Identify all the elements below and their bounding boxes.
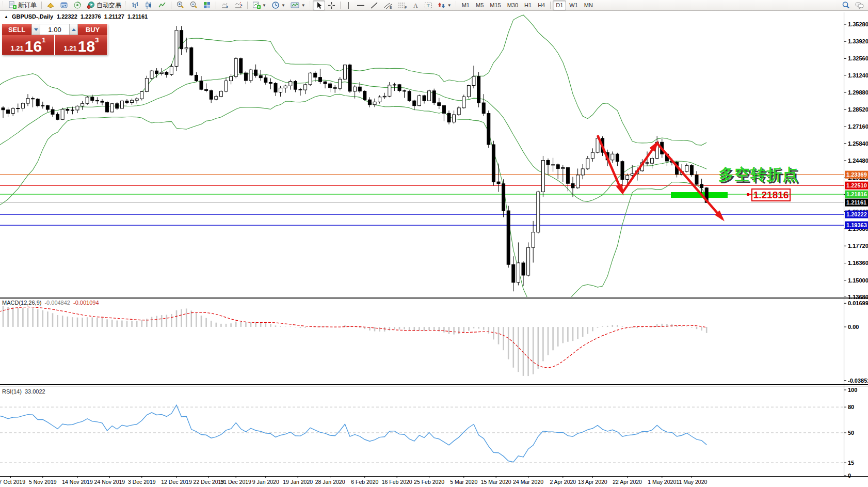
tile-windows-icon [203, 1, 211, 9]
crosshair-tool-button[interactable] [325, 1, 338, 10]
autotrading-button[interactable]: 自动交易 [84, 1, 124, 10]
trendline-tool-button[interactable] [367, 1, 381, 10]
tile-windows-button[interactable] [200, 1, 214, 10]
dropdown-caret-icon: ▼ [447, 3, 452, 8]
date-label: 22 Apr 2020 [613, 479, 642, 485]
date-label: 25 Feb 2020 [414, 479, 444, 485]
date-label: 28 Jan 2020 [315, 479, 345, 485]
zoom-in-button[interactable] [173, 1, 187, 10]
svg-text:1.25840: 1.25840 [848, 140, 868, 147]
autotrading-label: 自动交易 [97, 1, 121, 10]
date-label: 11 May 2020 [676, 479, 707, 485]
date-label: 3 Dec 2019 [128, 479, 156, 485]
trend-arrows-annotation[interactable] [598, 135, 725, 222]
date-label: 16 Feb 2020 [382, 479, 412, 485]
autotrading-icon [87, 1, 95, 9]
timeframe-m30-button[interactable]: M30 [504, 1, 521, 10]
volume-input[interactable] [40, 24, 69, 35]
rsi-panel[interactable] [0, 405, 844, 463]
time-axis[interactable]: 27 Oct 20195 Nov 201914 Nov 201924 Nov 2… [0, 477, 844, 486]
buy-price-big: 18 [78, 40, 95, 53]
new-chart-icon [252, 1, 261, 9]
main-panel[interactable] [0, 15, 844, 309]
svg-text:80: 80 [848, 404, 854, 410]
date-label: 9 Jan 2020 [252, 479, 279, 485]
chart-window[interactable]: 1.352801.339201.325601.312401.298801.285… [0, 11, 868, 487]
arrows-tool-button[interactable]: ▼ [435, 1, 454, 10]
toolbar-grip [456, 2, 457, 9]
timeframe-m5-button[interactable]: M5 [473, 1, 487, 10]
turning-point-annotation[interactable]: 多空转折点 [718, 164, 798, 185]
vertical-line-tool-button[interactable] [343, 1, 354, 10]
auto-scroll-button[interactable] [218, 1, 232, 10]
buy-price-button[interactable]: 1.21 18 3 [55, 35, 107, 55]
svg-text:E: E [390, 6, 392, 9]
zoom-out-button[interactable] [187, 1, 200, 10]
profiles-button[interactable]: ▼ [269, 1, 288, 10]
arrow-objects-icon [438, 2, 446, 9]
volume-increase-button[interactable] [69, 24, 78, 35]
timeframe-m15-button[interactable]: M15 [487, 1, 504, 10]
toolbar-separator [550, 2, 551, 9]
candles-layer [0, 26, 708, 291]
toolbar-separator [340, 2, 341, 9]
oneclick-collapse-icon[interactable]: ▲ [4, 14, 8, 19]
profiles-icon [271, 1, 280, 9]
svg-text:T: T [427, 3, 430, 8]
new-chart-button[interactable]: ▼ [250, 1, 269, 10]
svg-text:100: 100 [848, 387, 857, 393]
sell-price-big: 16 [25, 40, 42, 53]
fibonacci-tool-button[interactable]: F [395, 1, 410, 10]
templates-button[interactable]: ▼ [288, 1, 308, 10]
new-order-label: 新订单 [18, 1, 37, 10]
timeframe-h1-button[interactable]: H1 [521, 1, 535, 10]
search-button[interactable] [839, 1, 853, 10]
price-axis[interactable]: 1.352801.339201.325601.312401.298801.285… [844, 21, 868, 479]
svg-text:1.16360: 1.16360 [848, 260, 868, 266]
dropdown-caret-icon: ▼ [301, 3, 306, 8]
svg-text:1.20222: 1.20222 [846, 211, 867, 217]
new-order-button[interactable]: 新订单 [6, 1, 39, 10]
rsi-line [0, 405, 706, 462]
volume-decrease-button[interactable] [31, 24, 40, 35]
horizontal-line-icon [357, 2, 365, 9]
date-label: 24 Mar 2020 [513, 479, 543, 485]
svg-text:A: A [413, 2, 418, 9]
svg-text:1.23369: 1.23369 [846, 171, 867, 178]
text-tool-button[interactable]: A [410, 1, 422, 10]
chat-button[interactable] [853, 1, 867, 10]
price-tag-anchor[interactable] [747, 193, 749, 196]
svg-text:1.21816: 1.21816 [846, 191, 867, 197]
date-label: 6 Feb 2020 [351, 479, 378, 485]
timeframe-h4-button[interactable]: H4 [535, 1, 548, 10]
timeframe-mn-button[interactable]: MN [581, 1, 596, 10]
timeframe-m1-button[interactable]: M1 [459, 1, 473, 10]
text-label-tool-button[interactable]: T [422, 1, 435, 10]
line-chart-button[interactable] [155, 1, 169, 10]
date-label: 19 Jan 2020 [283, 479, 313, 485]
chart-symbol-header: ▲ GBPUSD-,Daily 1.22322 1.22376 1.21127 … [4, 13, 148, 20]
svg-text:1.22510: 1.22510 [846, 182, 867, 188]
sell-button[interactable]: SELL [2, 24, 31, 35]
timeframe-d1-button[interactable]: D1 [553, 1, 566, 10]
timeframe-w1-button[interactable]: W1 [566, 1, 581, 10]
date-label: 2 Apr 2020 [550, 479, 576, 485]
navigator-button[interactable] [71, 1, 84, 10]
data-window-button[interactable] [57, 1, 71, 10]
market-watch-button[interactable] [44, 1, 57, 10]
cursor-tool-button[interactable] [313, 1, 325, 10]
sell-price-button[interactable]: 1.21 16 1 [2, 35, 54, 55]
chart-shift-button[interactable] [232, 1, 245, 10]
price-tag-annotation[interactable]: 1.21816 [751, 188, 791, 201]
macd-panel[interactable] [0, 306, 706, 376]
bar-chart-button[interactable] [128, 1, 142, 10]
data-window-icon [60, 1, 68, 9]
channel-tool-button[interactable]: E [381, 1, 395, 10]
candlestick-button[interactable] [142, 1, 155, 10]
buy-button[interactable]: BUY [78, 24, 107, 35]
toolbar-separator [247, 2, 248, 9]
chart-canvas[interactable]: 1.352801.339201.325601.312401.298801.285… [0, 11, 868, 487]
search-icon [842, 1, 850, 9]
horizontal-line-tool-button[interactable] [354, 1, 367, 10]
spinner-up-icon [72, 28, 76, 31]
